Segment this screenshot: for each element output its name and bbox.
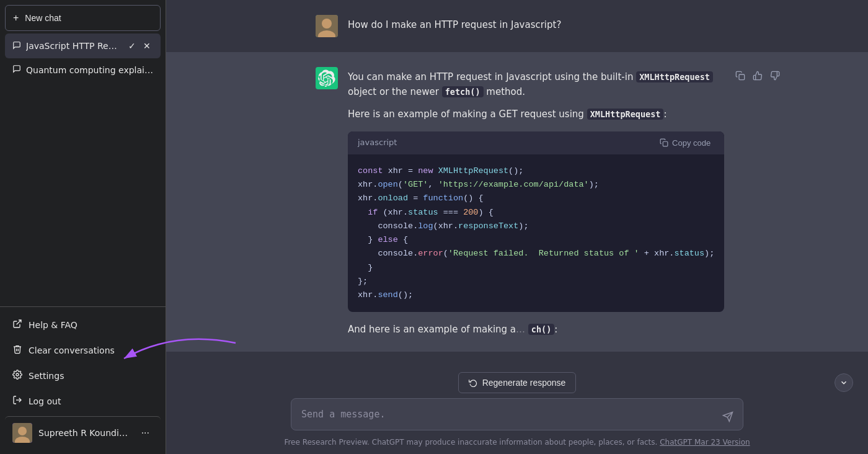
plus-icon: + xyxy=(13,12,19,24)
clear-conversations-label: Clear conversations xyxy=(29,345,115,355)
code-pre: const xhr = new XMLHttpRequest(); xhr.op… xyxy=(358,164,714,303)
assistant-text-1: You can make an HTTP request in Javascri… xyxy=(348,69,724,99)
user-message-inner: How do I make an HTTP request in Javascr… xyxy=(291,15,743,37)
fetch-code: fetch() xyxy=(442,86,484,97)
conversation-item-2[interactable]: Quantum computing explaine xyxy=(5,58,161,81)
sidebar-bottom: Help & FAQ Clear conversations Settings … xyxy=(0,306,166,454)
thumbs-down-button[interactable] xyxy=(769,69,781,82)
assistant-message-content: You can make an HTTP request in Javascri… xyxy=(348,67,724,337)
user-item[interactable]: Supreeth R Koundinya ··· xyxy=(5,416,161,449)
assistant-message-row: You can make an HTTP request in Javascri… xyxy=(348,67,781,337)
svg-point-1 xyxy=(16,373,19,376)
disclaimer-text: Free Research Preview. ChatGPT may produ… xyxy=(284,438,657,447)
code-body: const xhr = new XMLHttpRequest(); xhr.op… xyxy=(348,154,724,313)
sidebar: + New chat JavaScript HTTP Reque ✓ ✕ Qua… xyxy=(0,0,166,454)
new-chat-button[interactable]: + New chat xyxy=(5,5,161,31)
copy-code-button[interactable]: Copy code xyxy=(656,137,714,149)
user-avatar xyxy=(12,423,32,443)
copy-code-label: Copy code xyxy=(672,138,711,148)
gear-icon xyxy=(12,370,22,381)
gpt-avatar xyxy=(316,67,338,89)
code-block: javascript Copy code const xhr = new XML… xyxy=(348,131,724,312)
svg-rect-10 xyxy=(663,142,668,147)
logout-icon xyxy=(12,395,22,407)
user-name: Supreeth R Koundinya xyxy=(38,428,131,438)
assistant-message-body: You can make an HTTP request in Javascri… xyxy=(348,67,781,337)
external-link-icon xyxy=(12,319,22,331)
regenerate-bar: Regenerate response xyxy=(181,372,853,393)
conversation-item-active[interactable]: JavaScript HTTP Reque ✓ ✕ xyxy=(5,33,161,58)
sidebar-conversations: + New chat JavaScript HTTP Reque ✓ ✕ Qua… xyxy=(0,0,166,306)
chat-input[interactable] xyxy=(291,398,743,431)
assistant-message: You can make an HTTP request in Javascri… xyxy=(166,52,868,352)
assistant-text-2: Here is an example of making a GET reque… xyxy=(348,107,724,122)
user-message-avatar xyxy=(316,15,338,37)
chat-icon xyxy=(12,41,21,51)
svg-rect-11 xyxy=(739,74,745,80)
svg-point-8 xyxy=(322,19,332,29)
conversation-delete-btn[interactable]: ✕ xyxy=(141,40,153,52)
conversation-title-active: JavaScript HTTP Reque xyxy=(26,41,121,51)
code-header: javascript Copy code xyxy=(348,131,724,154)
new-chat-label: New chat xyxy=(25,13,61,23)
chat-icon-2 xyxy=(12,65,21,75)
logout-item[interactable]: Log out xyxy=(5,388,161,414)
disclaimer: Free Research Preview. ChatGPT may produ… xyxy=(181,433,853,454)
conversation-actions: ✓ ✕ xyxy=(126,40,153,52)
conversation-title-2: Quantum computing explaine xyxy=(26,65,153,75)
xmlhttprequest-code: XMLHttpRequest xyxy=(636,71,713,82)
help-faq-item[interactable]: Help & FAQ xyxy=(5,312,161,337)
fetch-code-3: ch() xyxy=(528,324,555,335)
message-actions xyxy=(734,67,781,82)
help-faq-label: Help & FAQ xyxy=(29,320,78,330)
conversation-confirm-btn[interactable]: ✓ xyxy=(126,40,138,52)
bottom-section: Regenerate response Free Research Previe… xyxy=(166,362,868,455)
scroll-down-button[interactable] xyxy=(835,373,853,392)
trash-icon xyxy=(12,344,22,356)
settings-item[interactable]: Settings xyxy=(5,363,161,388)
user-message-content: How do I make an HTTP request in Javascr… xyxy=(348,15,719,32)
clear-conversations-item[interactable]: Clear conversations xyxy=(5,337,161,363)
user-question-text: How do I make an HTTP request in Javascr… xyxy=(348,19,561,30)
settings-label: Settings xyxy=(29,371,64,381)
assistant-text-3: And here is an example of making a… ch()… xyxy=(348,322,724,337)
regenerate-button[interactable]: Regenerate response xyxy=(458,372,577,393)
copy-message-button[interactable] xyxy=(734,69,746,82)
regenerate-label: Regenerate response xyxy=(482,378,566,388)
svg-line-0 xyxy=(17,320,21,324)
thumbs-up-button[interactable] xyxy=(751,69,764,82)
user-menu-button[interactable]: ··· xyxy=(138,426,153,440)
logout-label: Log out xyxy=(29,396,61,406)
disclaimer-link[interactable]: ChatGPT Mar 23 Version xyxy=(660,438,750,447)
user-message: How do I make an HTTP request in Javascr… xyxy=(166,0,868,52)
main-content: How do I make an HTTP request in Javascr… xyxy=(166,0,868,454)
svg-point-4 xyxy=(18,427,27,435)
xmlhttprequest-code-2: XMLHttpRequest xyxy=(587,109,664,120)
input-container xyxy=(291,398,743,434)
send-button[interactable] xyxy=(720,409,736,425)
code-lang-label: javascript xyxy=(358,136,397,149)
assistant-message-inner: You can make an HTTP request in Javascri… xyxy=(291,67,743,337)
